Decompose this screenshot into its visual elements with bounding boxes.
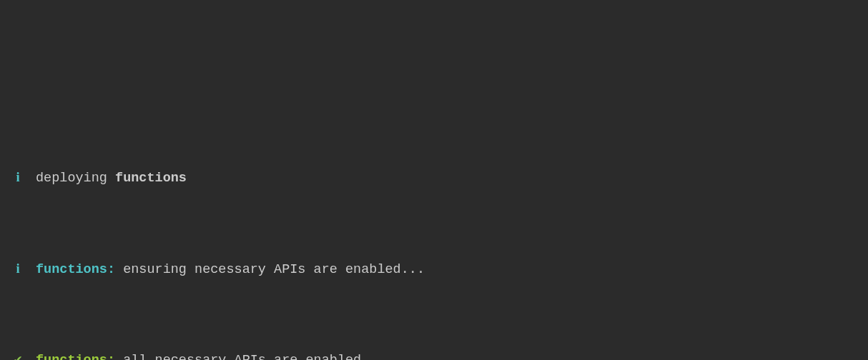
text: ensuring necessary APIs are enabled... [115, 262, 425, 277]
log-text: functions: ensuring necessary APIs are e… [36, 259, 425, 281]
log-text: functions: all necessary APIs are enable… [36, 349, 361, 360]
info-icon: i [10, 166, 26, 189]
terminal-output: i deploying functions i functions: ensur… [10, 98, 858, 360]
log-text: deploying functions [36, 167, 187, 190]
log-line: i deploying functions [10, 166, 858, 190]
log-line: ✔ functions: all necessary APIs are enab… [10, 349, 858, 360]
info-icon: i [10, 258, 26, 281]
category-label: functions: [36, 353, 115, 360]
text: deploying [36, 171, 115, 186]
category-label: functions: [36, 262, 115, 277]
check-icon: ✔ [10, 349, 26, 360]
text: all necessary APIs are enabled [115, 353, 361, 360]
log-line: i functions: ensuring necessary APIs are… [10, 258, 858, 281]
bold-text: functions [115, 171, 187, 186]
